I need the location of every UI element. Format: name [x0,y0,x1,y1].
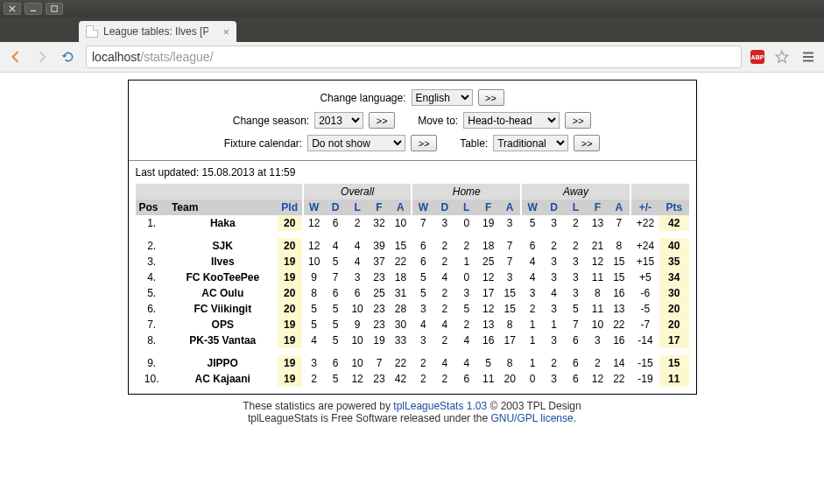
col-pm[interactable]: +/- [630,200,659,215]
col-ov-l[interactable]: L [347,200,369,215]
team-cell: AC Oulu [168,285,278,301]
table-row: 5.AC Oulu2086625315231715343816-630 [136,285,689,301]
url-path: /stats/league/ [140,50,213,64]
team-cell: JIPPO [168,355,278,371]
col-ho-a[interactable]: A [499,200,521,215]
table-row: 9.JIPPO19361072224458126214-1515 [136,355,689,371]
hamburger-menu-icon[interactable] [799,48,817,66]
language-select[interactable]: English [412,89,473,106]
reload-button[interactable] [60,48,77,66]
col-pos: Pos [136,200,168,215]
controls-area: Change language: English >> Change seaso… [136,89,689,151]
window-minimize-button[interactable] [25,3,42,15]
table-row: 7.OPS1955923304421381171022-720 [136,317,689,332]
table-row: 3.Ilves19105437226212574331215+1535 [136,254,689,270]
col-aw-d[interactable]: D [543,200,565,215]
back-button[interactable] [7,48,25,66]
bookmark-star-icon[interactable] [773,48,791,66]
table-label: Table: [460,137,488,150]
col-aw-a[interactable]: A [609,200,630,215]
col-ov-a[interactable]: A [390,200,412,215]
table-select[interactable]: Traditional [493,135,568,151]
col-ho-d[interactable]: D [433,200,455,215]
row-gap [136,231,689,238]
forward-button[interactable] [33,48,51,66]
group-overall: Overall [303,184,412,200]
page-viewport: Change language: English >> Change seaso… [0,73,824,504]
team-cell: SJK [168,238,278,254]
group-away: Away [521,184,630,200]
col-ov-f[interactable]: F [369,200,391,215]
col-pld[interactable]: Pld [278,200,303,215]
table-row: 6.FC Viikingit205510232832512152351113-5… [136,301,689,317]
team-cell: Ilves [168,254,278,270]
fixture-label: Fixture calendar: [224,137,302,150]
table-go-button[interactable]: >> [574,135,600,151]
tab-close-button[interactable]: × [222,25,229,38]
season-go-button[interactable]: >> [369,112,395,129]
row-gap [136,348,689,355]
language-label: Change language: [320,92,405,104]
window-maximize-button[interactable] [46,3,63,15]
col-team: Team [168,200,278,215]
last-updated: Last updated: 15.08.2013 at 11:59 [136,164,689,184]
season-select[interactable]: 2013 [314,112,363,129]
team-cell: PK-35 Vantaa [168,332,278,348]
language-go-button[interactable]: >> [478,89,504,106]
team-cell: OPS [168,317,278,332]
moveto-label: Move to: [418,115,458,127]
col-aw-f[interactable]: F [587,200,609,215]
moveto-select[interactable]: Head-to-head [463,112,560,129]
team-cell: AC Kajaani [168,371,278,387]
footer-link-license[interactable]: GNU/GPL license [490,412,573,424]
section-divider [129,160,696,161]
col-aw-w[interactable]: W [521,200,543,215]
moveto-go-button[interactable]: >> [565,112,591,129]
fixture-select[interactable]: Do not show [307,135,405,151]
col-aw-l[interactable]: L [565,200,587,215]
col-ho-f[interactable]: F [477,200,499,215]
abp-icon[interactable]: ABP [750,50,764,64]
address-bar[interactable]: localhost/stats/league/ [86,46,742,68]
stats-panel: Change language: English >> Change seaso… [128,80,697,395]
table-row: 1.Haka2012623210730193532137+2242 [136,215,689,231]
team-cell: Haka [168,215,278,231]
table-row: 10.AC Kajaani192512234222611200361222-19… [136,371,689,387]
browser-tabstrip: League tables: Ilves [Pow… × [0,18,824,42]
league-table: Overall Home Away Pos Team Pld W D L F A… [136,184,689,387]
browser-toolbar: localhost/stats/league/ ABP [0,42,824,73]
footer: These statistics are powered by tplLeagu… [128,400,697,424]
team-cell: FC KooTeePee [168,270,278,285]
team-cell: FC Viikingit [168,301,278,317]
season-label: Change season: [233,115,309,127]
tab-title: League tables: Ilves [Pow… [103,25,208,38]
window-titlebar [0,0,824,18]
page-icon [86,25,98,38]
col-ho-w[interactable]: W [412,200,433,215]
fixture-go-button[interactable]: >> [411,135,437,151]
col-ov-d[interactable]: D [325,200,347,215]
table-row: 2.SJK2012443915622187622218+2440 [136,238,689,254]
table-row: 8.PK-35 Vantaa19451019333241617136316-14… [136,332,689,348]
url-host: localhost [92,50,140,64]
svg-rect-0 [52,6,57,11]
group-home: Home [412,184,521,200]
col-ho-l[interactable]: L [455,200,477,215]
window-close-button[interactable] [4,3,21,15]
col-ov-w[interactable]: W [303,200,325,215]
table-row: 4.FC KooTeePee1997323185401234331115+534 [136,270,689,285]
col-pts[interactable]: Pts [659,200,688,215]
footer-link-app[interactable]: tplLeagueStats 1.03 [393,400,487,412]
browser-tab[interactable]: League tables: Ilves [Pow… × [79,21,236,42]
